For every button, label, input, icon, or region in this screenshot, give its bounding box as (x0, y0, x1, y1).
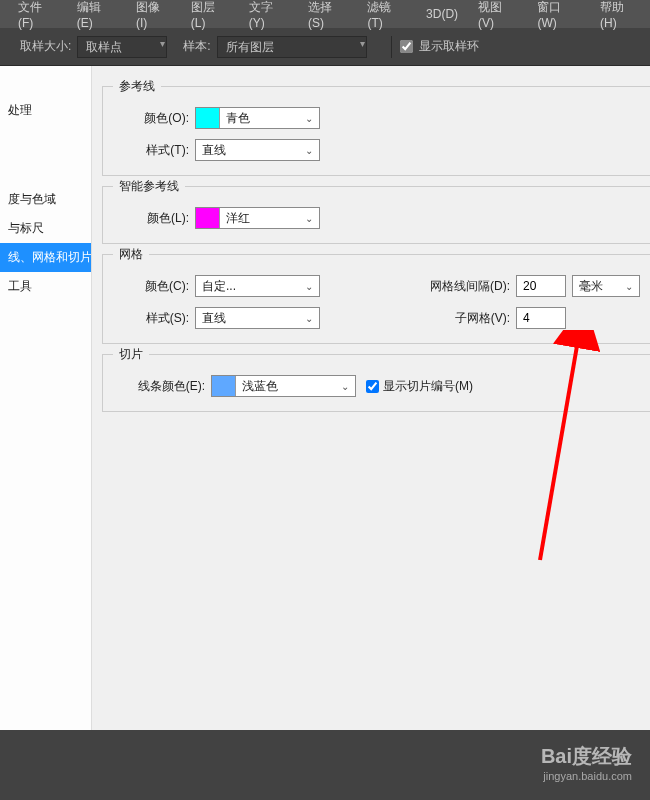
show-sampling-ring-checkbox[interactable] (400, 40, 413, 53)
chevron-down-icon: ⌄ (619, 281, 639, 292)
subdivisions-label: 子网格(V): (455, 310, 510, 327)
sidebar-item-handling[interactable]: 处理 (0, 96, 91, 125)
guides-style-value: 直线 (196, 142, 299, 159)
slice-group-title: 切片 (113, 346, 149, 363)
color-swatch-cyan (196, 108, 220, 128)
menu-edit[interactable]: 编辑(E) (67, 0, 126, 30)
chevron-down-icon: ⌄ (299, 313, 319, 324)
gridline-unit-select[interactable]: 毫米 ⌄ (572, 275, 640, 297)
menu-filter[interactable]: 滤镜(T) (357, 0, 416, 30)
chevron-down-icon: ⌄ (335, 381, 355, 392)
sample-select[interactable]: 所有图层 (217, 36, 367, 58)
menu-layer[interactable]: 图层(L) (181, 0, 239, 30)
menu-window[interactable]: 窗口(W) (527, 0, 590, 30)
color-swatch-lightblue (212, 376, 236, 396)
slice-group: 切片 线条颜色(E): 浅蓝色 ⌄ 显示切片编号(M) (102, 354, 650, 412)
sample-label: 样本: (183, 38, 210, 55)
smart-guides-color-value: 洋红 (220, 210, 299, 227)
watermark: Bai度经验 jingyan.baidu.com (541, 743, 632, 782)
grid-group-title: 网格 (113, 246, 149, 263)
guides-color-value: 青色 (220, 110, 299, 127)
watermark-url: jingyan.baidu.com (541, 770, 632, 782)
sidebar-item-gamut[interactable]: 度与色域 (0, 185, 91, 214)
menu-help[interactable]: 帮助(H) (590, 0, 650, 30)
gridline-every-label: 网格线间隔(D): (430, 278, 510, 295)
grid-group: 网格 颜色(C): 自定... ⌄ 网格线间隔(D): 毫米 ⌄ 样式(S): (102, 254, 650, 344)
gridline-every-input[interactable] (516, 275, 566, 297)
grid-style-value: 直线 (196, 310, 299, 327)
grid-color-select[interactable]: 自定... ⌄ (195, 275, 320, 297)
slice-color-label: 线条颜色(E): (115, 378, 205, 395)
toolbar-divider (391, 36, 392, 58)
guides-style-select[interactable]: 直线 ⌄ (195, 139, 320, 161)
smart-guides-group-title: 智能参考线 (113, 178, 185, 195)
slice-color-value: 浅蓝色 (236, 378, 335, 395)
slice-color-select[interactable]: 浅蓝色 ⌄ (211, 375, 356, 397)
smart-guides-color-label: 颜色(L): (115, 210, 189, 227)
preferences-panel: 参考线 颜色(O): 青色 ⌄ 样式(T): 直线 ⌄ 智能参考线 (92, 66, 650, 800)
show-slice-numbers-label: 显示切片编号(M) (383, 378, 473, 395)
chevron-down-icon: ⌄ (299, 281, 319, 292)
chevron-down-icon: ⌄ (299, 213, 319, 224)
watermark-logo: Bai度经验 (541, 743, 632, 770)
sample-size-label: 取样大小: (20, 38, 71, 55)
grid-style-label: 样式(S): (115, 310, 189, 327)
menu-image[interactable]: 图像(I) (126, 0, 181, 30)
grid-color-label: 颜色(C): (115, 278, 189, 295)
menubar: 文件(F) 编辑(E) 图像(I) 图层(L) 文字(Y) 选择(S) 滤镜(T… (0, 0, 650, 28)
chevron-down-icon: ⌄ (299, 145, 319, 156)
guides-group: 参考线 颜色(O): 青色 ⌄ 样式(T): 直线 ⌄ (102, 86, 650, 176)
guides-style-label: 样式(T): (115, 142, 189, 159)
menu-type[interactable]: 文字(Y) (239, 0, 298, 30)
grid-color-value: 自定... (196, 278, 299, 295)
chevron-down-icon: ⌄ (299, 113, 319, 124)
smart-guides-color-select[interactable]: 洋红 ⌄ (195, 207, 320, 229)
guides-color-label: 颜色(O): (115, 110, 189, 127)
guides-color-select[interactable]: 青色 ⌄ (195, 107, 320, 129)
subdivisions-input[interactable] (516, 307, 566, 329)
guides-group-title: 参考线 (113, 78, 161, 95)
preferences-sidebar: 处理 度与色域 与标尺 线、网格和切片 工具 (0, 66, 92, 800)
menu-file[interactable]: 文件(F) (8, 0, 67, 30)
menu-3d[interactable]: 3D(D) (416, 7, 468, 21)
sidebar-item-guides-grid-slices[interactable]: 线、网格和切片 (0, 243, 91, 272)
show-slice-numbers-checkbox[interactable] (366, 380, 379, 393)
sidebar-item-rulers[interactable]: 与标尺 (0, 214, 91, 243)
grid-style-select[interactable]: 直线 ⌄ (195, 307, 320, 329)
show-sampling-ring-label: 显示取样环 (419, 38, 479, 55)
options-bar: 取样大小: 取样点 样本: 所有图层 显示取样环 (0, 28, 650, 66)
sidebar-item-tools[interactable]: 工具 (0, 272, 91, 301)
color-swatch-magenta (196, 208, 220, 228)
menu-select[interactable]: 选择(S) (298, 0, 357, 30)
gridline-unit-value: 毫米 (573, 278, 619, 295)
smart-guides-group: 智能参考线 颜色(L): 洋红 ⌄ (102, 186, 650, 244)
sample-size-select[interactable]: 取样点 (77, 36, 167, 58)
menu-view[interactable]: 视图(V) (468, 0, 527, 30)
